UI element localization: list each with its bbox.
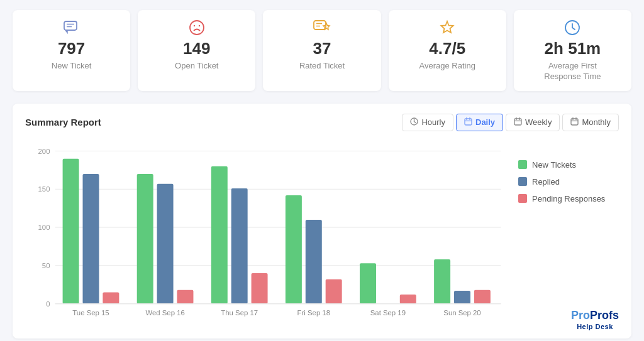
legend-color	[518, 194, 527, 203]
stat-label: Average FirstResponse Time	[544, 61, 601, 82]
main-container: 797New Ticket149Open Ticket37Rated Ticke…	[0, 0, 644, 341]
svg-rect-56	[434, 259, 450, 304]
svg-rect-46	[231, 188, 248, 304]
svg-line-14	[414, 121, 416, 122]
svg-text:150: 150	[38, 185, 50, 193]
svg-text:0: 0	[46, 300, 50, 308]
legend-item: Pending Responses	[518, 194, 619, 203]
stat-label: Rated Ticket	[299, 61, 345, 72]
svg-text:50: 50	[42, 262, 50, 269]
filter-monthly-label: Monthly	[582, 117, 611, 127]
filter-daily-label: Daily	[475, 117, 495, 127]
svg-rect-54	[400, 295, 416, 304]
svg-rect-42	[157, 184, 174, 304]
brand-profs: Profs	[590, 309, 619, 322]
svg-rect-51	[326, 279, 342, 304]
filter-btn-monthly[interactable]: Monthly	[562, 114, 619, 131]
svg-rect-50	[306, 220, 322, 304]
filter-weekly-label: Weekly	[525, 117, 552, 127]
svg-rect-47	[252, 273, 268, 304]
filter-weekly-icon	[514, 117, 522, 127]
brand-sub: Help Desk	[571, 323, 619, 331]
svg-text:200: 200	[38, 148, 50, 155]
svg-point-5	[199, 25, 200, 26]
report-title: Summary Report	[25, 117, 101, 127]
svg-rect-38	[82, 174, 99, 304]
brand-pro: Pro	[571, 309, 590, 322]
stat-number: 797	[58, 39, 85, 58]
svg-rect-37	[63, 159, 79, 304]
filter-btn-weekly[interactable]: Weekly	[506, 114, 560, 131]
stat-card-open-ticket: 149Open Ticket	[138, 10, 255, 91]
svg-text:100: 100	[38, 224, 50, 231]
svg-rect-53	[360, 263, 376, 303]
svg-text:Fri Sep 18: Fri Sep 18	[297, 309, 330, 317]
svg-rect-15	[465, 119, 472, 125]
proprofs-brand: ProProfs Help Desk	[571, 309, 619, 331]
svg-rect-43	[177, 290, 193, 304]
stat-label: New Ticket	[52, 61, 92, 72]
stat-card-response-time: 2h 51mAverage FirstResponse Time	[514, 10, 631, 91]
chat-icon	[64, 19, 80, 36]
legend-label: Pending Responses	[532, 194, 605, 203]
report-section-wrap: Summary Report HourlyDailyWeeklyMonthly …	[13, 104, 631, 338]
filter-btn-daily[interactable]: Daily	[456, 114, 503, 131]
svg-rect-57	[454, 291, 470, 304]
filter-hourly-label: Hourly	[421, 117, 445, 127]
filter-daily-icon	[464, 117, 472, 127]
chart-area: 050100150200Tue Sep 15Wed Sep 16Thu Sep …	[25, 141, 508, 332]
svg-rect-58	[474, 290, 491, 304]
svg-rect-49	[286, 195, 302, 304]
svg-rect-0	[64, 21, 77, 30]
svg-rect-23	[571, 119, 578, 125]
svg-rect-6	[314, 21, 326, 30]
svg-text:Sat Sep 19: Sat Sep 19	[370, 309, 406, 317]
stat-number: 37	[313, 39, 331, 58]
stat-number: 4.7/5	[429, 39, 465, 58]
stat-label: Open Ticket	[175, 61, 218, 72]
stat-card-average-rating: 4.7/5Average Rating	[389, 10, 506, 91]
legend-item: New Tickets	[518, 160, 619, 170]
stats-row: 797New Ticket149Open Ticket37Rated Ticke…	[13, 10, 631, 91]
clock-icon	[564, 19, 580, 36]
svg-rect-45	[211, 166, 228, 304]
legend-label: Replied	[532, 177, 560, 187]
filter-hourly-icon	[410, 117, 418, 127]
legend-color	[518, 177, 527, 186]
stat-card-rated-ticket: 37Rated Ticket	[263, 10, 380, 91]
svg-line-11	[572, 28, 575, 30]
star-icon	[439, 19, 455, 36]
chart-legend: New TicketsRepliedPending Responses	[518, 141, 619, 332]
sad-face-icon	[189, 19, 205, 36]
filter-btn-hourly[interactable]: Hourly	[402, 114, 453, 131]
svg-rect-39	[103, 292, 119, 303]
chat-star-icon	[313, 19, 331, 36]
svg-rect-41	[137, 174, 153, 304]
legend-item: Replied	[518, 177, 619, 187]
time-filters: HourlyDailyWeeklyMonthly	[402, 114, 619, 131]
stat-number: 149	[183, 39, 210, 58]
report-header: Summary Report HourlyDailyWeeklyMonthly	[25, 114, 619, 131]
legend-color	[518, 160, 527, 169]
svg-text:Wed Sep 16: Wed Sep 16	[145, 309, 184, 317]
filter-monthly-icon	[570, 117, 579, 127]
svg-text:Tue Sep 15: Tue Sep 15	[72, 309, 109, 317]
svg-rect-19	[514, 119, 521, 125]
stat-label: Average Rating	[419, 61, 475, 72]
svg-point-3	[190, 21, 204, 35]
stat-number: 2h 51m	[545, 39, 601, 58]
svg-point-4	[194, 25, 195, 26]
stat-card-new-ticket: 797New Ticket	[13, 10, 130, 91]
svg-text:Sun Sep 20: Sun Sep 20	[443, 309, 480, 317]
report-section: Summary Report HourlyDailyWeeklyMonthly …	[13, 104, 631, 338]
chart-svg: 050100150200Tue Sep 15Wed Sep 16Thu Sep …	[25, 141, 508, 330]
chart-container: 050100150200Tue Sep 15Wed Sep 16Thu Sep …	[25, 141, 619, 332]
svg-text:Thu Sep 17: Thu Sep 17	[221, 309, 258, 317]
legend-label: New Tickets	[532, 160, 576, 170]
